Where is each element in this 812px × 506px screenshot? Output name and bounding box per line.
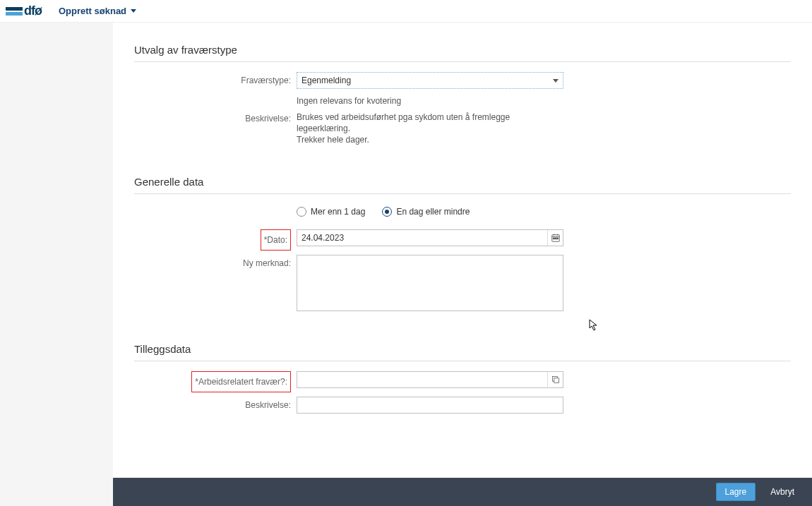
description-label-3: Beskrivelse: bbox=[134, 397, 297, 414]
quota-hint: Ingen relevans for kvotering bbox=[297, 89, 563, 106]
logo-bars-icon bbox=[6, 7, 23, 16]
section-title-absence-type: Utvalg av fraværstype bbox=[134, 34, 791, 62]
chevron-down-icon bbox=[553, 79, 559, 83]
save-button[interactable]: Lagre bbox=[716, 483, 756, 501]
svg-rect-8 bbox=[554, 378, 559, 382]
section-title-general-data: Generelle data bbox=[134, 166, 791, 194]
logo-text: dfø bbox=[24, 4, 42, 18]
radio-more-label: Mer enn 1 dag bbox=[311, 207, 365, 217]
radio-icon bbox=[297, 207, 306, 217]
page-title-dropdown[interactable]: Opprett søknad bbox=[59, 6, 136, 16]
date-input[interactable] bbox=[297, 229, 563, 246]
calendar-icon[interactable] bbox=[547, 230, 563, 246]
date-label-wrapper: *Dato: bbox=[134, 229, 297, 251]
footer-toolbar: Lagre Avbryt bbox=[113, 478, 812, 506]
radio-icon bbox=[382, 207, 392, 217]
description-line-2: Trekker hele dager. bbox=[297, 134, 563, 145]
app-header: dfø Opprett søknad bbox=[0, 0, 812, 23]
page-title-text: Opprett søknad bbox=[59, 6, 126, 16]
description-input[interactable] bbox=[297, 397, 563, 414]
radio-one-label: En dag eller mindre bbox=[396, 207, 470, 217]
value-help-icon[interactable] bbox=[547, 372, 563, 387]
duration-radio-group: Mer enn 1 dag En dag eller mindre bbox=[297, 204, 563, 225]
note-textarea[interactable] bbox=[297, 255, 563, 311]
logo: dfø bbox=[6, 4, 42, 18]
absence-type-label: Fraværstype: bbox=[134, 72, 297, 89]
section-title-additional-data: Tilleggsdata bbox=[134, 333, 791, 361]
radio-more-than-1-day[interactable]: Mer enn 1 dag bbox=[297, 207, 365, 217]
main-content: Utvalg av fraværstype Fraværstype: Egenm… bbox=[113, 23, 812, 506]
cancel-button[interactable]: Avbryt bbox=[761, 483, 804, 501]
description-text: Brukes ved arbeidsuførhet pga sykdom ute… bbox=[297, 110, 563, 146]
cursor-icon bbox=[589, 319, 599, 332]
section-general-data: Generelle data Mer enn 1 dag En dag elle… bbox=[113, 166, 812, 313]
section-absence-type: Utvalg av fraværstype Fraværstype: Egenm… bbox=[113, 34, 812, 146]
chevron-down-icon bbox=[131, 9, 136, 13]
work-related-input[interactable] bbox=[297, 371, 563, 388]
svg-rect-5 bbox=[555, 238, 556, 239]
radio-one-day-or-less[interactable]: En dag eller mindre bbox=[382, 207, 470, 217]
description-line-1: Brukes ved arbeidsuførhet pga sykdom ute… bbox=[297, 112, 563, 134]
absence-type-value: Egenmelding bbox=[301, 76, 351, 85]
note-label: Ny merknad: bbox=[134, 255, 297, 272]
section-additional-data: Tilleggsdata *Arbeidsrelatert fravær?: B… bbox=[113, 333, 812, 414]
work-related-label: *Arbeidsrelatert fravær?: bbox=[191, 371, 291, 392]
date-label: *Dato: bbox=[261, 229, 291, 251]
svg-rect-4 bbox=[553, 238, 554, 239]
work-related-label-wrapper: *Arbeidsrelatert fravær?: bbox=[134, 371, 297, 392]
description-label-1: Beskrivelse: bbox=[134, 110, 297, 127]
svg-rect-6 bbox=[556, 238, 558, 239]
absence-type-select[interactable]: Egenmelding bbox=[297, 72, 563, 89]
